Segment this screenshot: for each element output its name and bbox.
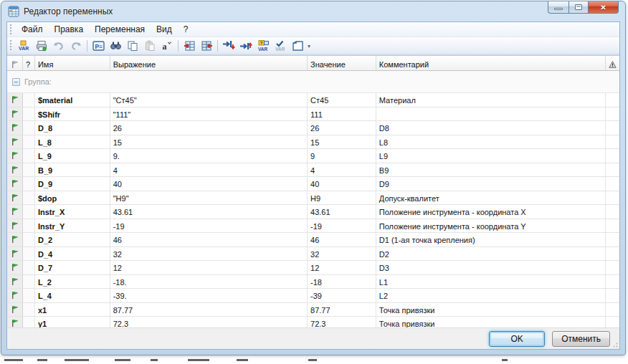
name-cell[interactable]: L_9	[35, 149, 110, 163]
question-cell[interactable]	[23, 121, 35, 135]
toolbar-grip[interactable]	[9, 40, 13, 52]
toolbar-overflow-chevron[interactable]: ▾	[308, 43, 310, 49]
flag-cell[interactable]	[7, 289, 23, 303]
comment-cell[interactable]: Точка привязки	[376, 303, 606, 317]
name-cell[interactable]: L_2	[35, 275, 110, 289]
group-collapse-button[interactable]: −	[12, 78, 20, 86]
comment-cell[interactable]: D1 (1-ая точка крепления)	[376, 233, 606, 247]
value-cell[interactable]: -18	[308, 275, 376, 289]
copy-variable-list-button[interactable]	[199, 39, 214, 54]
table-row[interactable]: Instr_Y -19 -19 Положение инструмента - …	[7, 219, 619, 234]
table-row[interactable]: D_7 12 12 D3	[7, 261, 619, 275]
table-row[interactable]: $dop "H9" H9 Допуск-квалитет	[7, 191, 619, 206]
resize-grip-icon[interactable]	[611, 340, 618, 348]
question-cell[interactable]	[23, 275, 35, 289]
table-row[interactable]: L_4 -39. -39 L2	[7, 289, 619, 303]
name-cell[interactable]: Instr_Y	[35, 219, 110, 234]
menu-variable[interactable]: Переменная	[89, 23, 151, 36]
move-row-up-button[interactable]	[238, 39, 254, 54]
move-row-down-button[interactable]	[221, 39, 237, 54]
find-button[interactable]	[108, 39, 123, 54]
question-cell[interactable]	[23, 303, 35, 317]
insert-variable-list-button[interactable]	[181, 39, 197, 54]
comment-cell[interactable]: Допуск-квалитет	[376, 191, 606, 206]
paste-button[interactable]	[142, 39, 158, 54]
flag-cell[interactable]	[7, 219, 23, 234]
flag-cell[interactable]	[7, 107, 23, 122]
comment-cell[interactable]	[376, 107, 606, 122]
expression-cell[interactable]: 40	[110, 177, 308, 191]
maximize-button[interactable]	[568, 1, 589, 14]
name-cell[interactable]: D_9	[35, 177, 110, 191]
new-variable-button[interactable]: VAR	[16, 39, 32, 54]
flag-cell[interactable]	[7, 317, 23, 327]
header-comment-column[interactable]: Комментарий	[376, 56, 606, 70]
question-cell[interactable]	[23, 107, 35, 122]
expression-cell[interactable]: -18.	[110, 275, 308, 289]
header-question-column[interactable]: ?	[23, 56, 35, 70]
table-row[interactable]: D_2 46 46 D1 (1-ая точка крепления)	[7, 233, 619, 247]
flag-cell[interactable]	[7, 93, 23, 107]
name-cell[interactable]: x1	[35, 303, 110, 317]
print-button[interactable]	[34, 39, 49, 54]
question-cell[interactable]	[23, 191, 35, 206]
name-cell[interactable]: $dop	[35, 191, 110, 206]
header-value-column[interactable]: Значение	[308, 56, 376, 70]
comment-cell[interactable]: Точка привязки	[376, 317, 606, 327]
value-cell[interactable]: 4	[308, 163, 376, 178]
rename-button[interactable]: a *	[159, 39, 175, 54]
name-cell[interactable]: y1	[35, 317, 110, 327]
table-row[interactable]: D_9 40 40 D9	[7, 177, 619, 191]
expression-cell[interactable]: 43.61	[110, 205, 308, 219]
expression-cell[interactable]: -39.	[110, 289, 308, 303]
menu-view[interactable]: Вид	[151, 23, 178, 36]
value-cell[interactable]: 72.3	[308, 317, 376, 327]
table-row[interactable]: x1 87.77 87.77 Точка привязки	[7, 303, 619, 317]
expression-cell[interactable]: "111"	[110, 107, 308, 122]
comment-cell[interactable]: Материал	[376, 93, 606, 107]
table-row[interactable]: B_9 4 4 B9	[7, 163, 619, 178]
comment-cell[interactable]: Положение инструмента - координата Y	[376, 219, 606, 234]
name-cell[interactable]: D_8	[35, 121, 110, 135]
value-cell[interactable]: H9	[308, 191, 376, 206]
question-cell[interactable]	[23, 135, 35, 150]
redo-button[interactable]	[68, 39, 84, 54]
header-expression-column[interactable]: Выражение	[110, 56, 308, 70]
question-cell[interactable]	[23, 205, 35, 219]
expression-cell[interactable]: -19	[110, 219, 308, 234]
name-cell[interactable]: D_7	[35, 261, 110, 275]
comment-cell[interactable]: D9	[376, 177, 606, 191]
value-cell[interactable]: 12	[308, 261, 376, 275]
expression-cell[interactable]: 15	[110, 135, 308, 150]
table-row[interactable]: $material "Ст45" Ст45 Материал	[7, 93, 619, 107]
value-cell[interactable]: 40	[308, 177, 376, 191]
expression-cell[interactable]: 9.	[110, 149, 308, 163]
expression-cell[interactable]: 87.77	[110, 303, 308, 317]
flag-cell[interactable]	[7, 177, 23, 191]
question-cell[interactable]	[23, 93, 35, 107]
var-question-button[interactable]: ? VAR	[255, 39, 271, 54]
table-row[interactable]: D_4 32 32 D2	[7, 247, 619, 262]
value-cell[interactable]: 46	[308, 233, 376, 247]
name-cell[interactable]: D_4	[35, 247, 110, 262]
flag-cell[interactable]	[7, 163, 23, 178]
new-panel-button[interactable]	[290, 39, 305, 54]
name-cell[interactable]: $Shifr	[35, 107, 110, 122]
expression-cell[interactable]: 4	[110, 163, 308, 178]
value-cell[interactable]: 43.61	[308, 205, 376, 219]
menu-file[interactable]: Файл	[16, 23, 49, 36]
menu-edit[interactable]: Правка	[49, 23, 90, 36]
comment-cell[interactable]: D2	[376, 247, 606, 262]
flag-cell[interactable]	[7, 247, 23, 262]
value-cell[interactable]: 32	[308, 247, 376, 262]
flag-cell[interactable]	[7, 191, 23, 206]
value-cell[interactable]: -39	[308, 289, 376, 303]
expression-cell[interactable]: 26	[110, 121, 308, 135]
name-cell[interactable]: D_2	[35, 233, 110, 247]
question-cell[interactable]	[23, 233, 35, 247]
flag-cell[interactable]	[7, 303, 23, 317]
question-cell[interactable]	[23, 261, 35, 275]
minimize-button[interactable]	[548, 1, 568, 14]
expression-cell[interactable]: "Ст45"	[110, 93, 308, 107]
header-flag-column[interactable]	[7, 56, 23, 70]
